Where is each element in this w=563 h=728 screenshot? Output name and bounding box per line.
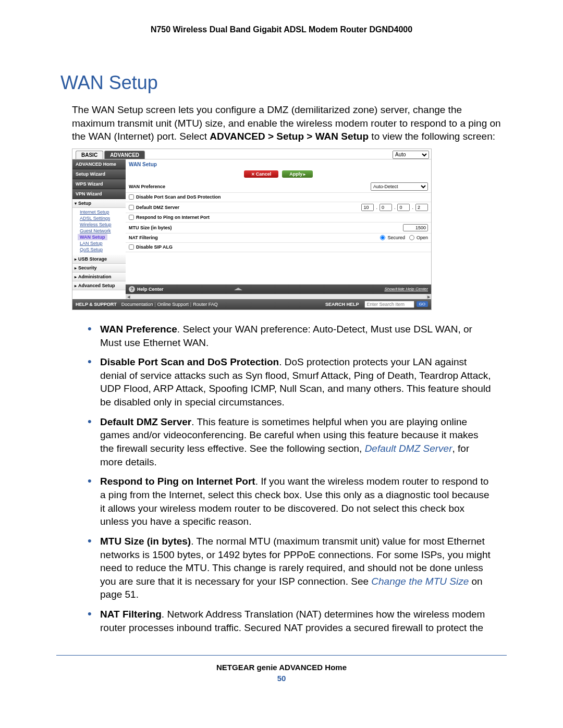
dmz-ip-1[interactable] [361,204,374,211]
language-select[interactable]: Auto [393,151,429,159]
nav-usb-storage[interactable]: USB Storage [72,255,126,264]
label-nat: NAT Filtering [129,235,158,240]
bullet-ping: Respond to Ping on Internet Port. If you… [88,475,491,528]
tab-row: BASIC ADVANCED Auto [72,149,431,159]
router-screenshot: BASIC ADVANCED Auto ADVANCED Home Setup … [72,149,432,310]
scroll-left-icon[interactable]: ◀ [126,294,131,299]
page-number: 50 [56,674,507,683]
expand-icon[interactable] [234,288,242,290]
link-documentation[interactable]: Documentation [121,302,153,307]
nav-security[interactable]: Security [72,264,126,273]
link-change-mtu[interactable]: Change the MTU Size [371,576,469,587]
nav-advanced-home[interactable]: ADVANCED Home [72,159,126,169]
bullet-mtu: MTU Size (in bytes). The normal MTU (max… [88,535,491,601]
sip-checkbox[interactable] [129,244,134,250]
bullet-dmz: Default DMZ Server. This feature is some… [88,415,491,469]
subnav-wan-setup[interactable]: WAN Setup [78,234,107,240]
dmz-ip-4[interactable] [415,204,428,211]
search-input[interactable] [364,301,414,308]
nat-open-radio[interactable] [409,235,414,240]
page-footer: NETGEAR genie ADVANCED Home 50 [56,655,507,683]
label-sip: Disable SIP ALG [136,244,173,250]
dmz-ip-3[interactable] [397,204,410,211]
link-router-faq[interactable]: Router FAQ [193,302,218,307]
go-button[interactable]: GO [417,301,428,307]
nav-setup-wizard[interactable]: Setup Wizard [72,169,126,179]
support-label: HELP & SUPPORT [76,302,117,307]
intro-bold: ADVANCED > Setup > WAN Setup [210,131,369,142]
wan-preference-select[interactable]: Auto-Detect [371,182,428,191]
subnav-adsl-settings[interactable]: ADSL Settings [80,215,126,221]
blank-area [126,252,431,285]
intro-post: to view the following screen: [369,131,495,142]
nav-setup[interactable]: Setup [72,199,126,208]
nat-secured-radio[interactable] [380,235,385,240]
subnav-guest-network[interactable]: Guest Network [80,228,126,234]
section-title: WAN Setup [60,72,507,94]
subnav-lan-setup[interactable]: LAN Setup [80,240,126,246]
label-wan-preference: WAN Preference [129,184,165,189]
link-dmz-server[interactable]: Default DMZ Server [365,443,452,454]
subnav-wireless-setup[interactable]: Wireless Setup [80,221,126,228]
help-center-label: Help Center [137,287,164,292]
dmz-ip-2[interactable] [380,204,392,211]
link-online-support[interactable]: Online Support [157,302,189,307]
help-icon: ? [129,286,135,292]
search-label: SEARCH HELP [325,302,359,307]
showhide-link[interactable]: Show/Hide Help Center [384,287,428,291]
ping-checkbox[interactable] [129,215,134,220]
sidebar: ADVANCED Home Setup Wizard WPS Wizard VP… [72,159,126,299]
subnav-qos-setup[interactable]: QoS Setup [80,246,126,253]
scroll-right-icon[interactable]: ▶ [426,294,431,299]
dmz-checkbox[interactable] [129,205,134,210]
nav-administration[interactable]: Administration [72,273,126,281]
bullet-dos: Disable Port Scan and DoS Protection. Do… [88,355,491,409]
bullet-list: WAN Preference. Select your WAN preferen… [88,323,491,634]
intro-paragraph: The WAN Setup screen lets you configure … [72,103,507,143]
bullet-nat: NAT Filtering. Network Address Translati… [88,608,491,634]
page-header: N750 Wireless Dual Band Gigabit ADSL Mod… [56,25,507,34]
label-dos: Disable Port Scan and DoS Protection [136,194,221,200]
nav-vpn-wizard[interactable]: VPN Wizard [72,189,126,199]
cancel-button[interactable]: Cancel [244,170,279,178]
nat-open-label: Open [417,235,428,240]
label-mtu: MTU Size (in bytes) [129,225,172,230]
tab-basic[interactable]: BASIC [76,151,103,159]
footer-title: NETGEAR genie ADVANCED Home [56,663,507,672]
nav-advanced-setup[interactable]: Advanced Setup [72,281,126,290]
tab-advanced[interactable]: ADVANCED [104,151,145,159]
subnav-internet-setup[interactable]: Internet Setup [80,209,126,215]
mtu-input[interactable] [403,224,428,231]
label-ping: Respond to Ping on Internet Port [136,215,210,220]
footer-rule [56,655,507,656]
dos-checkbox[interactable] [129,194,134,200]
apply-button[interactable]: Apply [282,170,313,178]
nat-secured-label: Secured [387,235,405,240]
nav-wps-wizard[interactable]: WPS Wizard [72,179,126,189]
bullet-wan-pref: WAN Preference. Select your WAN preferen… [88,323,491,349]
horizontal-scrollbar[interactable]: ◀ ▶ [126,294,431,299]
label-dmz: Default DMZ Server [136,205,179,210]
pane-title: WAN Setup [126,159,431,169]
